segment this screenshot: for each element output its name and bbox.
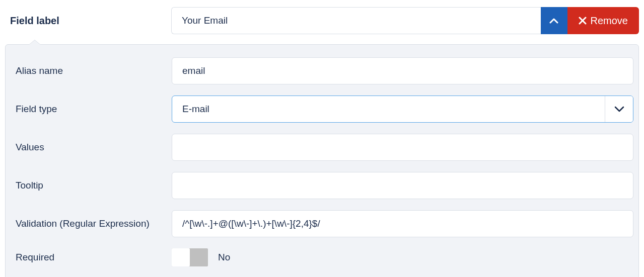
alias-label: Alias name	[11, 65, 172, 76]
field-type-row: Field type E-mail	[11, 90, 633, 128]
field-type-label: Field type	[11, 104, 172, 115]
field-header-row: Field label Remove	[0, 0, 644, 44]
field-settings-panel: Alias name Field type E-mail Values Tool…	[5, 44, 639, 277]
validation-input[interactable]	[172, 210, 633, 237]
required-state-label: No	[218, 252, 230, 263]
tooltip-input[interactable]	[172, 172, 633, 199]
remove-button-label: Remove	[591, 15, 628, 27]
panel-arrow-indicator	[29, 40, 41, 45]
field-type-dropdown-toggle[interactable]	[605, 96, 633, 122]
collapse-button[interactable]	[541, 7, 567, 34]
required-toggle[interactable]	[172, 248, 208, 266]
alias-input[interactable]	[172, 57, 633, 84]
remove-button[interactable]: Remove	[567, 7, 639, 34]
field-type-select[interactable]: E-mail	[172, 96, 633, 123]
alias-row: Alias name	[11, 52, 633, 90]
values-label: Values	[11, 142, 172, 153]
tooltip-label: Tooltip	[11, 180, 172, 191]
values-input[interactable]	[172, 134, 633, 161]
values-row: Values	[11, 128, 633, 166]
validation-label: Validation (Regular Expression)	[11, 218, 172, 229]
required-row: Required No	[11, 243, 633, 272]
validation-row: Validation (Regular Expression)	[11, 205, 633, 243]
tooltip-row: Tooltip	[11, 166, 633, 205]
required-toggle-group: No	[172, 248, 230, 266]
field-label-heading: Field label	[10, 15, 171, 27]
toggle-knob	[172, 248, 190, 266]
field-label-input-group: Remove	[171, 7, 639, 34]
required-label: Required	[11, 252, 172, 263]
chevron-down-icon	[614, 106, 624, 112]
chevron-up-icon	[549, 18, 558, 24]
field-type-selected-value: E-mail	[172, 96, 605, 122]
close-icon	[579, 17, 587, 25]
field-label-input[interactable]	[171, 7, 541, 34]
